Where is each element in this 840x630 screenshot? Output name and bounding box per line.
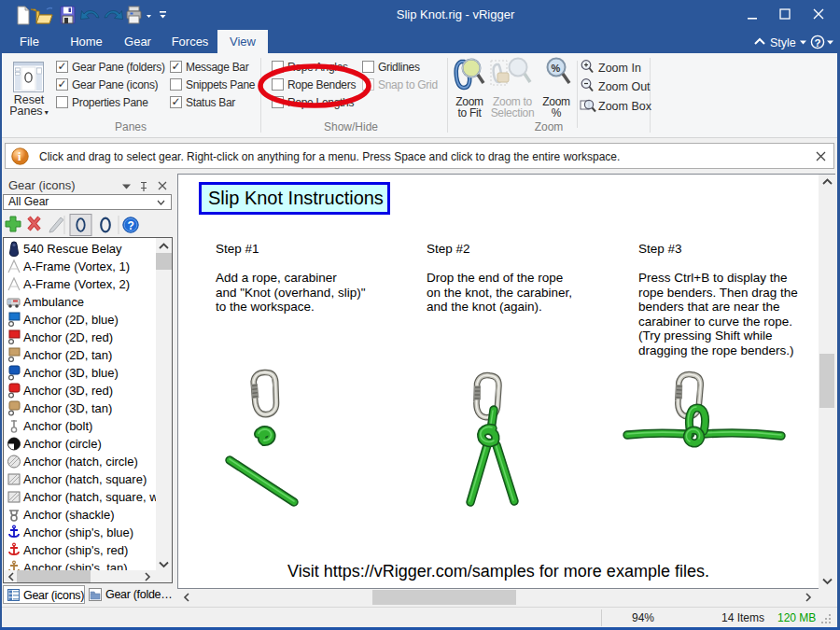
- svg-text:?: ?: [815, 37, 821, 49]
- svg-text:Style: Style: [770, 36, 796, 49]
- svg-text:i: i: [18, 150, 21, 163]
- svg-text:?: ?: [128, 219, 134, 232]
- svg-text:%: %: [552, 63, 561, 74]
